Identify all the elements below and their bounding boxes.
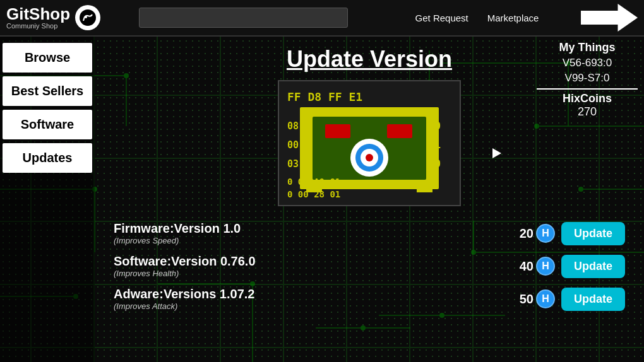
sprite-container: FF D8 FF E1 08 00 00 [278, 80, 461, 206]
coin-icon-firmware: H [536, 224, 555, 243]
forward-arrow-icon[interactable] [581, 4, 638, 32]
svg-text:08: 08 [287, 120, 299, 132]
hixcoins-value: 270 [537, 105, 638, 119]
update-list: Firmware:Version 1.0 (Improves Speed) 20… [107, 219, 631, 313]
svg-point-27 [80, 9, 96, 26]
svg-text:FF  D8  FF  E1: FF D8 FF E1 [287, 90, 362, 103]
marketplace-link[interactable]: Marketplace [487, 13, 539, 23]
sidebar-item-updates[interactable]: Updates [3, 143, 92, 173]
sidebar-item-software[interactable]: Software [3, 110, 92, 139]
my-things-title: My Things [537, 41, 638, 54]
update-name-firmware: Firmware:Version 1.0 [114, 221, 520, 236]
svg-text:00: 00 [429, 158, 441, 170]
update-info-adware: Adware:Versions 1.07.2 (Improves Attack) [114, 287, 520, 311]
coin-icon-adware: H [536, 289, 555, 308]
logo-area: GitShop Communiy Shop [6, 5, 133, 30]
update-info-firmware: Firmware:Version 1.0 (Improves Speed) [114, 221, 520, 245]
svg-point-38 [366, 154, 373, 161]
header-nav: Get Request Marketplace [373, 13, 581, 23]
svg-text:00: 00 [287, 139, 299, 151]
svg-rect-40 [417, 180, 432, 192]
cost-number-software: 40 [520, 259, 534, 274]
update-name-adware: Adware:Versions 1.07.2 [114, 287, 520, 301]
sidebar: Browse Best Sellers Software Updates [0, 37, 95, 362]
update-button-adware[interactable]: Update [561, 288, 625, 311]
svg-text:03: 03 [287, 158, 299, 170]
update-button-firmware[interactable]: Update [561, 222, 625, 245]
update-cost-firmware: 20 H [520, 224, 555, 243]
my-things-item-1: V99-S7:0 [537, 72, 638, 85]
update-row-software: Software:Version 0.76.0 (Improves Health… [107, 252, 631, 281]
svg-point-28 [85, 16, 87, 18]
logo-title: GitShop [6, 6, 70, 22]
cost-number-adware: 50 [520, 292, 534, 307]
update-row-adware: Adware:Versions 1.07.2 (Improves Attack)… [107, 284, 631, 313]
svg-text:01: 01 [429, 139, 441, 151]
update-button-software[interactable]: Update [561, 255, 625, 278]
svg-text:0  00 28  01: 0 00 28 01 [287, 189, 340, 199]
svg-rect-33 [325, 124, 350, 138]
hixcoins-section: HixCoins 270 [537, 88, 638, 119]
my-things-panel: My Things V56-693:0 V99-S7:0 HixCoins 27… [537, 41, 638, 119]
update-name-software: Software:Version 0.76.0 [114, 254, 520, 269]
update-cost-adware: 50 H [520, 289, 555, 308]
update-desc-firmware: (Improves Speed) [114, 236, 520, 245]
update-desc-software: (Improves Health) [114, 269, 520, 278]
update-cost-software: 40 H [520, 257, 555, 276]
cost-number-firmware: 20 [520, 226, 534, 241]
logo-text: GitShop Communiy Shop [6, 6, 70, 30]
mouse-cursor [492, 148, 501, 158]
svg-rect-34 [387, 124, 412, 138]
update-desc-adware: (Improves Attack) [114, 301, 520, 311]
sprite-svg: FF D8 FF E1 08 00 00 [281, 85, 458, 202]
my-things-item-0: V56-693:0 [537, 57, 638, 69]
logo-subtitle: Communiy Shop [6, 22, 70, 30]
update-info-software: Software:Version 0.76.0 (Improves Health… [114, 254, 520, 278]
svg-text:00: 00 [429, 120, 441, 132]
header: GitShop Communiy Shop Get Request Market… [0, 0, 644, 37]
search-input[interactable] [139, 8, 348, 28]
sidebar-item-best-sellers[interactable]: Best Sellers [3, 76, 92, 106]
hixcoins-label: HixCoins [537, 92, 638, 105]
get-request-link[interactable]: Get Request [415, 13, 468, 23]
update-row-firmware: Firmware:Version 1.0 (Improves Speed) 20… [107, 219, 631, 248]
svg-text:0  00 A0  01: 0 00 A0 01 [287, 177, 340, 187]
coin-icon-software: H [536, 257, 555, 276]
sidebar-item-browse[interactable]: Browse [3, 43, 92, 73]
logo-icon [75, 5, 100, 30]
